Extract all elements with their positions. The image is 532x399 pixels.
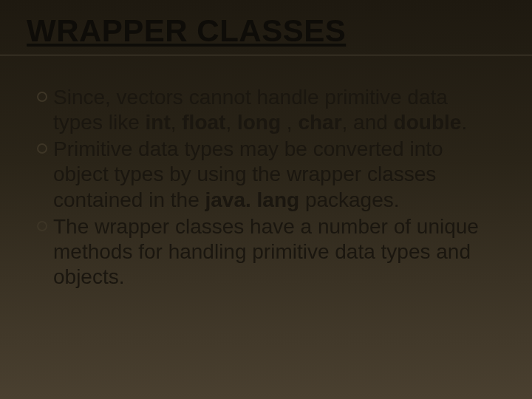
keyword-int: int bbox=[146, 111, 171, 134]
bullet-text-3: The wrapper classes have a number of uni… bbox=[53, 214, 502, 290]
text: . bbox=[461, 111, 467, 134]
text: packages. bbox=[299, 188, 399, 211]
bullet-text-1: Since, vectors cannot handle primitive d… bbox=[53, 85, 502, 135]
content-area: Since, vectors cannot handle primitive d… bbox=[22, 85, 510, 290]
bullet-item-2: Primitive data types may be converted in… bbox=[37, 137, 502, 212]
text: , and bbox=[342, 111, 394, 134]
keyword-double: double bbox=[394, 111, 462, 134]
keyword-javalang: java. lang bbox=[205, 188, 300, 211]
bullet-item-3: The wrapper classes have a number of uni… bbox=[37, 214, 502, 290]
keyword-float: float bbox=[182, 111, 225, 134]
slide: WRAPPER CLASSES Since, vectors cannot ha… bbox=[0, 0, 532, 399]
text: The wrapper classes have a number of uni… bbox=[53, 215, 479, 288]
keyword-long: long bbox=[237, 111, 281, 134]
keyword-char: char bbox=[298, 111, 341, 134]
text: , bbox=[281, 111, 298, 134]
bullet-icon bbox=[37, 92, 47, 102]
bullet-item-1: Since, vectors cannot handle primitive d… bbox=[37, 85, 502, 135]
text: , bbox=[225, 111, 237, 134]
bullet-text-2: Primitive data types may be converted in… bbox=[53, 137, 502, 212]
text: , bbox=[171, 111, 183, 134]
bullet-icon bbox=[37, 221, 47, 231]
slide-title: WRAPPER CLASSES bbox=[22, 13, 510, 49]
title-divider bbox=[0, 55, 532, 55]
bullet-icon bbox=[37, 143, 47, 154]
